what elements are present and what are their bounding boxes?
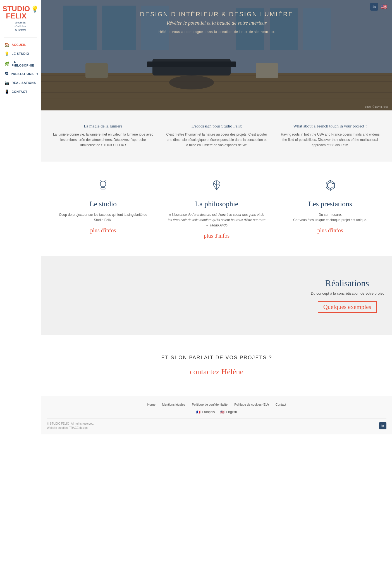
home-icon: 🏠 bbox=[4, 42, 9, 47]
realisations-section: Réalisations Du concept à la concrétisat… bbox=[41, 256, 392, 335]
card-studio: Le studio Coup de projecteur sur les fac… bbox=[50, 178, 157, 239]
nav-philo-label: LA PHILOSOPHIE bbox=[12, 60, 37, 67]
nav-realisations[interactable]: 📷 RÉALISATIONS bbox=[0, 78, 41, 87]
info-col-light-text: La lumière donne vie, la lumière met en … bbox=[52, 132, 154, 148]
logo-studio: STUDIO bbox=[3, 5, 30, 12]
hero-title: DESIGN D'INTÉRIEUR & DESIGN LUMIÈRE bbox=[140, 11, 293, 18]
footer-mentions[interactable]: Mentions légales bbox=[162, 403, 185, 406]
english-flag-icon: 🇺🇸 bbox=[220, 410, 224, 414]
cta-section: ET SI ON PARLAIT DE VOS PROJETS ? contac… bbox=[41, 335, 392, 396]
info-col-light: La magie de la lumière La lumière donne … bbox=[50, 124, 157, 148]
svg-marker-22 bbox=[328, 182, 333, 188]
info-col-light-title: La magie de la lumière bbox=[52, 124, 154, 129]
card-studio-title: Le studio bbox=[54, 200, 152, 208]
cta-title: ET SI ON PARLAIT DE VOS PROJETS ? bbox=[50, 355, 384, 361]
realisations-title: Réalisations bbox=[311, 278, 384, 288]
language-flag-icon[interactable]: 🇺🇸 bbox=[381, 4, 387, 10]
philo-icon: 🌿 bbox=[4, 61, 9, 66]
nav-realisations-label: RÉALISATIONS bbox=[12, 81, 36, 84]
realisations-icon: 📷 bbox=[4, 81, 9, 85]
nav-prestations-label: PRESTATIONS bbox=[11, 72, 34, 75]
nav-studio-label: LE STUDIO bbox=[12, 52, 29, 55]
realisations-content: Réalisations Du concept à la concrétisat… bbox=[311, 278, 384, 313]
french-flag-icon: 🇫🇷 bbox=[196, 410, 200, 414]
linkedin-icon[interactable]: in bbox=[370, 3, 378, 11]
prestations-card-icon bbox=[281, 178, 379, 195]
card-prestations-link[interactable]: plus d'infos bbox=[317, 227, 343, 233]
card-philo-link[interactable]: plus d'infos bbox=[204, 233, 230, 239]
hero-tagline: Hélène vous accompagne dans la création … bbox=[140, 30, 293, 34]
lang-french[interactable]: 🇫🇷 Français bbox=[196, 410, 215, 414]
card-prestations-text: Du sur-mesure. Car vous êtes unique et c… bbox=[281, 212, 379, 223]
logo-tagline: écodesign d'intérieur & lumière bbox=[3, 21, 39, 32]
nav-la-philosophie[interactable]: 🌿 LA PHILOSOPHIE bbox=[0, 58, 41, 69]
philo-card-icon bbox=[168, 178, 266, 195]
svg-point-20 bbox=[100, 181, 106, 187]
realisations-text: Du concept à la concrétisation de votre … bbox=[311, 291, 384, 295]
french-label: Français bbox=[202, 410, 215, 414]
card-prestations: Les prestations Du sur-mesure. Car vous … bbox=[277, 178, 384, 239]
prestations-icon: 🏗 bbox=[4, 72, 9, 76]
footer-cookies[interactable]: Politique de cookies (EU) bbox=[234, 403, 269, 406]
info-col-french-text: Having roots in both the USA and France … bbox=[279, 132, 381, 148]
card-philo-title: La philosophie bbox=[168, 200, 266, 208]
footer-language-switcher: 🇫🇷 Français 🇺🇸 English bbox=[47, 410, 386, 414]
hero-subtitle: Révéler le potentiel et la beauté de vot… bbox=[140, 20, 293, 26]
nav-le-studio[interactable]: 💡 LE STUDIO bbox=[0, 49, 41, 58]
footer-contact[interactable]: Contact bbox=[276, 403, 286, 406]
info-section: La magie de la lumière La lumière donne … bbox=[41, 110, 392, 162]
footer: Home Mentions légales Politique de confi… bbox=[41, 396, 392, 434]
studio-card-icon bbox=[54, 178, 152, 195]
main-content: in 🇺🇸 bbox=[41, 0, 392, 563]
studio-icon: 💡 bbox=[4, 51, 9, 56]
nav-accueil-label: ACCUEIL bbox=[12, 43, 26, 46]
footer-links: Home Mentions légales Politique de confi… bbox=[47, 403, 386, 406]
nav-contact[interactable]: 📱 CONTACT bbox=[0, 87, 41, 96]
top-bar: in 🇺🇸 bbox=[370, 3, 387, 11]
card-studio-link[interactable]: plus d'infos bbox=[90, 227, 116, 233]
english-label: English bbox=[226, 410, 237, 414]
footer-linkedin-icon[interactable]: in bbox=[379, 422, 386, 429]
cta-contact-link[interactable]: contactez Hélène bbox=[190, 367, 243, 376]
realisations-link[interactable]: Quelques exemples bbox=[318, 301, 377, 313]
contact-icon: 📱 bbox=[4, 89, 9, 94]
nav-contact-label: CONTACT bbox=[12, 90, 27, 93]
card-philosophie: La philosophie « L'essence de l'architec… bbox=[163, 178, 270, 239]
logo: STUDIO FELIX 💡 écodesign d'intérieur & l… bbox=[0, 5, 41, 32]
logo-felix: FELIX bbox=[3, 12, 30, 20]
info-col-french-title: What about a French touch in your projec… bbox=[279, 124, 381, 129]
info-col-eco: L'écodesign pour Studio Felix C'est mett… bbox=[163, 124, 270, 148]
info-col-eco-title: L'écodesign pour Studio Felix bbox=[166, 124, 267, 129]
nav-accueil[interactable]: 🏠 ACCUEIL bbox=[0, 40, 41, 49]
cards-section: Le studio Coup de projecteur sur les fac… bbox=[41, 162, 392, 256]
info-col-french: What about a French touch in your projec… bbox=[277, 124, 384, 148]
hero-section: DESIGN D'INTÉRIEUR & DESIGN LUMIÈRE Révé… bbox=[41, 0, 392, 110]
card-studio-text: Coup de projecteur sur les facettes qui … bbox=[54, 212, 152, 223]
photo-credit: Photo © David Pires bbox=[365, 105, 388, 108]
sidebar-divider bbox=[4, 37, 37, 37]
hero-content: DESIGN D'INTÉRIEUR & DESIGN LUMIÈRE Révé… bbox=[140, 11, 293, 34]
card-philo-text: « L'essence de l'architecture est d'ouvr… bbox=[168, 212, 266, 228]
card-prestations-title: Les prestations bbox=[281, 200, 379, 208]
footer-copyright: © STUDIO FELIX | All rights reserved. We… bbox=[47, 422, 94, 430]
info-col-eco-text: C'est mettre l'humain et la nature au co… bbox=[166, 132, 267, 148]
footer-home[interactable]: Home bbox=[147, 403, 155, 406]
sidebar: STUDIO FELIX 💡 écodesign d'intérieur & l… bbox=[0, 0, 41, 563]
footer-confidentialite[interactable]: Politique de confidentialité bbox=[192, 403, 228, 406]
footer-bottom: © STUDIO FELIX | All rights reserved. We… bbox=[47, 418, 386, 430]
chevron-down-icon: ▾ bbox=[37, 72, 38, 75]
lang-english[interactable]: 🇺🇸 English bbox=[220, 410, 237, 414]
nav-prestations[interactable]: 🏗 PRESTATIONS ▾ bbox=[0, 69, 41, 78]
